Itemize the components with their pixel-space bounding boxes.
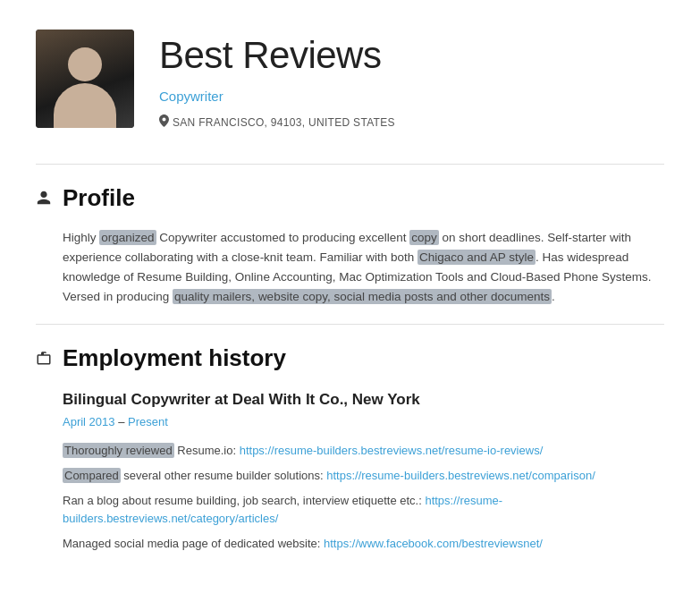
briefcase-icon [36, 350, 54, 366]
highlight-compared: Compared [63, 468, 121, 483]
job-title: Bilingual Copywriter at Deal With It Co.… [63, 388, 664, 411]
location-text: SAN FRANCISCO, 94103, UNITED STATES [173, 114, 395, 131]
profile-section: Profile Highly organized Copywriter accu… [36, 181, 664, 308]
highlight-thoroughly: Thoroughly reviewed [63, 443, 174, 458]
location-icon [159, 114, 169, 131]
employment-section: Employment history Bilingual Copywriter … [36, 341, 664, 554]
profile-divider [36, 324, 664, 325]
link-comparison[interactable]: https://resume-builders.bestreviews.net/… [326, 469, 595, 482]
page-header: Best Reviews Copywriter SAN FRANCISCO, 9… [36, 27, 664, 131]
highlight-copy: copy [409, 230, 439, 245]
job-bullets: Thoroughly reviewed Resume.io: https://r… [63, 442, 664, 554]
bullet-1: Thoroughly reviewed Resume.io: https://r… [63, 442, 664, 460]
header-info: Best Reviews Copywriter SAN FRANCISCO, 9… [159, 27, 395, 131]
job-date-start: April 2013 [63, 415, 115, 428]
employment-title: Employment history [63, 341, 286, 376]
highlight-organized: organized [99, 230, 156, 245]
avatar-image [36, 30, 134, 128]
bullet-2: Compared several other resume builder so… [63, 467, 664, 485]
job-date-separator: – [115, 415, 128, 428]
link-facebook[interactable]: https://www.facebook.com/bestreviewsnet/ [324, 537, 543, 550]
header-divider [36, 164, 664, 165]
person-name: Best Reviews [159, 27, 395, 83]
profile-text: Highly organized Copywriter accustomed t… [63, 228, 664, 308]
highlight-style: Chigaco and AP style [417, 250, 536, 265]
highlight-quality: quality mailers, website copy, social me… [173, 289, 552, 304]
bullet-4: Managed social media page of dedicated w… [63, 535, 664, 553]
employment-section-header: Employment history [36, 341, 664, 376]
avatar [36, 30, 134, 128]
job-item: Bilingual Copywriter at Deal With It Co.… [36, 388, 664, 554]
link-articles[interactable]: https://resume-builders.bestreviews.net/… [63, 494, 502, 525]
profile-section-header: Profile [36, 181, 664, 216]
person-icon [36, 190, 54, 206]
link-resume-reviews[interactable]: https://resume-builders.bestreviews.net/… [240, 444, 544, 457]
profile-title: Profile [63, 181, 135, 216]
person-title: Copywriter [159, 87, 395, 107]
bullet-3: Ran a blog about resume building, job se… [63, 492, 664, 528]
location-row: SAN FRANCISCO, 94103, UNITED STATES [159, 114, 395, 131]
job-date-end: Present [128, 415, 168, 428]
job-dates: April 2013 – Present [63, 413, 664, 431]
